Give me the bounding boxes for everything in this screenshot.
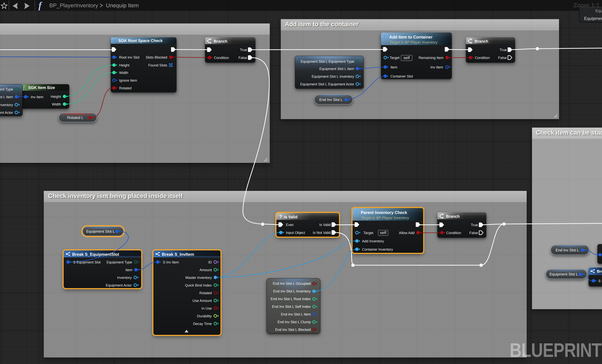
- svg-text:Quick Bind Index: Quick Bind Index: [185, 283, 212, 287]
- svg-text:True: True: [471, 223, 478, 227]
- svg-text:Ignore Item: Ignore Item: [119, 78, 137, 82]
- svg-text:True: True: [500, 48, 507, 52]
- svg-text:Slots Blocked: Slots Blocked: [146, 55, 167, 59]
- svg-text:Equipment Slot L Equipment Typ: Equipment Slot L Equipment Type: [0, 87, 13, 91]
- svg-text:Equipment Slot L: Equipment Slot L: [549, 272, 578, 277]
- svg-text:Durability: Durability: [197, 314, 212, 318]
- svg-text:BP_PlayerInventory: BP_PlayerInventory: [49, 2, 98, 9]
- svg-text:Branch: Branch: [475, 39, 488, 43]
- svg-text:Add Inventory: Add Inventory: [362, 239, 384, 243]
- svg-text:Inv Item: Inv Item: [31, 95, 43, 99]
- svg-text:Unequip Item: Unequip Item: [106, 2, 139, 9]
- svg-text:Inv Item: Inv Item: [430, 65, 443, 69]
- svg-text:Branch: Branch: [446, 214, 460, 219]
- svg-text:Width: Width: [52, 102, 61, 106]
- svg-text:End Inv Slot L Blocked: End Inv Slot L Blocked: [275, 328, 311, 332]
- svg-text:Height: Height: [51, 95, 61, 99]
- svg-text:Condition: Condition: [214, 56, 229, 60]
- svg-text:Is Not Valid: Is Not Valid: [313, 231, 331, 235]
- svg-text:Rotated: Rotated: [119, 86, 131, 90]
- svg-text:Equipment Type: Equipment Type: [107, 260, 132, 264]
- svg-text:Is Valid: Is Valid: [284, 215, 298, 219]
- svg-text:S Equipment Slot: S Equipment Slot: [73, 260, 101, 264]
- svg-text:Condition: Condition: [475, 56, 490, 60]
- svg-text:SGK Root Space Check: SGK Root Space Check: [118, 39, 163, 43]
- svg-text:Equipment Slot L Item: Equipment Slot L Item: [319, 67, 354, 71]
- svg-text:Equi: Equi: [595, 9, 602, 13]
- svg-text:Height: Height: [119, 63, 129, 67]
- svg-text:Bre: Bre: [597, 269, 602, 274]
- svg-text:Break S_EquipmentSlot: Break S_EquipmentSlot: [72, 252, 119, 257]
- svg-text:End Inv Slot L Clump: End Inv Slot L Clump: [278, 320, 311, 324]
- svg-text:S Inv Item: S Inv Item: [163, 260, 179, 264]
- svg-text:Equipment Actor: Equipment Actor: [106, 283, 132, 287]
- svg-text:Target: Target: [390, 56, 399, 60]
- svg-text:Exec: Exec: [286, 223, 294, 227]
- svg-text:Equipment Slot L Item: Equipment Slot L Item: [0, 95, 13, 99]
- svg-text:Branch: Branch: [214, 39, 227, 43]
- svg-text:Container Inventory: Container Inventory: [362, 247, 393, 251]
- svg-text:Target is BP Player Inventory: Target is BP Player Inventory: [361, 216, 409, 220]
- svg-text:In Use: In Use: [202, 306, 212, 310]
- svg-text:Master Inventory: Master Inventory: [185, 276, 212, 280]
- svg-text:Rotated L: Rotated L: [67, 116, 83, 120]
- svg-text:Add Item to Container: Add Item to Container: [389, 35, 432, 39]
- svg-text:Width: Width: [119, 71, 128, 75]
- svg-text:Equipment: Equipment: [584, 16, 602, 21]
- svg-text:True: True: [240, 48, 247, 52]
- svg-text:Item: Item: [390, 65, 397, 69]
- svg-text:False: False: [238, 56, 247, 60]
- svg-text:Zoom 1:1: Zoom 1:1: [573, 2, 600, 9]
- svg-text:End Inv Slot L: End Inv Slot L: [556, 248, 579, 252]
- svg-text:False: False: [498, 56, 507, 60]
- svg-text:Found Slots: Found Slots: [148, 63, 167, 67]
- svg-text:Use Amount: Use Amount: [193, 299, 212, 303]
- svg-text:Target: Target: [363, 231, 373, 235]
- svg-text:Decay Time: Decay Time: [193, 322, 212, 326]
- svg-text:Equipment Slot L Equipment Act: Equipment Slot L Equipment Actor: [0, 111, 13, 115]
- svg-text:Equipment Slot L Inventory: Equipment Slot L Inventory: [312, 75, 354, 78]
- svg-text:Break S_InvItem: Break S_InvItem: [162, 252, 194, 257]
- svg-text:Equipment Slot L Equipment Typ: Equipment Slot L Equipment Type: [301, 60, 354, 64]
- svg-text:Equipment Slot L Equipment Act: Equipment Slot L Equipment Actor: [300, 82, 354, 86]
- svg-text:End Inv Slot L Self Index: End Inv Slot L Self Index: [272, 305, 311, 309]
- svg-text:Remaining Item: Remaining Item: [419, 56, 443, 60]
- svg-text:S E: S E: [598, 279, 602, 283]
- svg-text:ID: ID: [208, 260, 212, 264]
- svg-text:Container Slot: Container Slot: [390, 74, 413, 78]
- svg-text:Target is BP Player Inventory: Target is BP Player Inventory: [389, 40, 438, 44]
- svg-text:Rotated: Rotated: [199, 291, 212, 295]
- svg-text:Inventory: Inventory: [117, 276, 132, 280]
- svg-text:End Inv Slot L Occupied: End Inv Slot L Occupied: [273, 282, 311, 286]
- svg-text:Is Valid: Is Valid: [319, 223, 331, 227]
- svg-text:End Inv Slot L Inventory: End Inv Slot L Inventory: [273, 289, 311, 293]
- svg-text:Equipment Slot L: Equipment Slot L: [86, 230, 115, 234]
- svg-text:Input Object: Input Object: [286, 231, 305, 235]
- svg-text:SGK Item Size: SGK Item Size: [28, 86, 55, 90]
- svg-text:Amount: Amount: [200, 268, 212, 272]
- svg-text:?: ?: [279, 214, 282, 219]
- svg-text:End Inv Slot L Root Index: End Inv Slot L Root Index: [271, 297, 311, 301]
- svg-text:Item: Item: [125, 268, 132, 272]
- svg-text:End Inv Slot L: End Inv Slot L: [319, 98, 343, 102]
- svg-text:Equipment Slot L Inventory: Equipment Slot L Inventory: [0, 103, 13, 107]
- svg-text:Allow Add: Allow Add: [399, 231, 414, 235]
- svg-text:False: False: [469, 231, 478, 235]
- svg-text:Parent Inventory Check: Parent Inventory Check: [361, 210, 407, 215]
- svg-text:Root Inv Slot: Root Inv Slot: [119, 55, 140, 59]
- svg-text:Condition: Condition: [446, 231, 461, 235]
- svg-text:End Inv Slot L Item: End Inv Slot L Item: [281, 312, 311, 316]
